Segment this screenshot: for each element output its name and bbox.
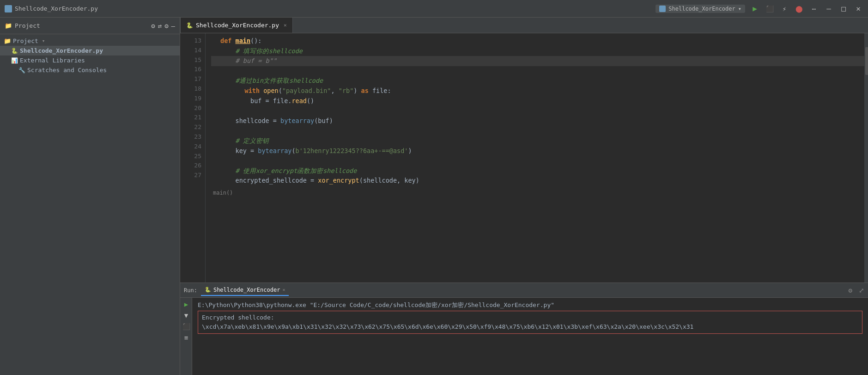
sidebar-item-project[interactable]: 📁 Project ▾	[0, 36, 180, 46]
sync-icon[interactable]: ⇄	[158, 22, 162, 30]
sidebar-tree: 📁 Project ▾ 🐍 Shellcode_XorEncoder.py 📊 …	[0, 34, 180, 375]
sidebar-scratches-label: Scratches and Consoles	[27, 67, 107, 74]
run-config-label: Shellcode_XorEncoder	[668, 6, 735, 12]
kw-as: as	[357, 86, 372, 96]
var-sc2: shellcode	[363, 176, 397, 186]
kw-def: def	[220, 36, 236, 46]
more-button[interactable]: ⋯	[809, 4, 819, 14]
wrap-button[interactable]: ≡	[182, 333, 191, 342]
bottom-gear-icon[interactable]: ⚙	[849, 287, 852, 294]
sidebar-project-label: Project	[13, 37, 38, 44]
line-num-16: 16	[180, 65, 201, 74]
play-button[interactable]: ▶	[182, 300, 191, 309]
project-folder-icon: 📁	[5, 22, 12, 29]
sidebar-item-scratches[interactable]: 🔧 Scratches and Consoles	[0, 65, 180, 75]
line-numbers: 13 14 15 16 17 18 19 20 21 22 23 24 25 2…	[180, 33, 206, 283]
stop-button[interactable]: ⬤	[794, 4, 804, 14]
empty-25	[220, 156, 224, 166]
function-label: main()	[211, 189, 864, 197]
editor-area: 🐍 Shellcode_XorEncoder.py ✕ 13 14 15 16 …	[180, 18, 868, 375]
gear2-icon[interactable]: ⚙	[164, 22, 168, 30]
op-eq2: =	[273, 116, 280, 126]
run-tab-close[interactable]: ✕	[282, 287, 285, 292]
var-file: file:	[372, 86, 391, 96]
minimize-button[interactable]: —	[824, 4, 834, 14]
op-comma: ,	[397, 176, 404, 186]
cmd-text: E:\Python\Python38\pythonw.exe "E:/Sourc…	[198, 301, 554, 308]
settings-icon[interactable]: ⚙	[151, 22, 155, 30]
sidebar-item-file[interactable]: 🐍 Shellcode_XorEncoder.py	[0, 46, 180, 55]
paren-18b: ,	[331, 86, 338, 96]
scratch-icon: 🔧	[18, 67, 25, 74]
main-container: 📁 Project ⚙ ⇄ ⚙ — 📁 Project ▾ 🐍 Shellcod…	[0, 18, 868, 375]
var-key: key	[220, 146, 250, 156]
stop-button-bottom[interactable]: ⬛	[182, 322, 191, 331]
coverage-button[interactable]: ⚡	[779, 4, 789, 14]
sidebar-header: 📁 Project ⚙ ⇄ ⚙ —	[0, 18, 180, 34]
builtin-bytearray: bytearray	[280, 116, 314, 126]
builtin-bytearray2: bytearray	[258, 146, 291, 156]
empty-16	[220, 66, 224, 76]
right-scrollbar[interactable]	[864, 33, 868, 283]
var-enc: encrypted_shellcode	[220, 176, 310, 186]
code-editor[interactable]: 13 14 15 16 17 18 19 20 21 22 23 24 25 2…	[180, 33, 868, 283]
code-line-25	[211, 156, 864, 166]
kw-with: with	[230, 86, 263, 96]
bottom-expand-icon[interactable]: ⤢	[859, 287, 864, 294]
tab-bar: 🐍 Shellcode_XorEncoder.py ✕	[180, 18, 868, 33]
empty-20	[220, 106, 224, 116]
var-key2: key	[404, 176, 415, 186]
scroll-down-button[interactable]: ▼	[182, 311, 191, 320]
var-file2: file	[273, 96, 288, 106]
paren-24a: (	[291, 146, 295, 156]
code-line-21: shellcode = bytearray(buf)	[211, 116, 864, 126]
code-line-26: # 使用xor_encrypt函数加密shellcode	[211, 166, 864, 176]
paren-19: ()	[307, 96, 314, 106]
maximize-button[interactable]: □	[838, 4, 849, 14]
close-button[interactable]: ✕	[853, 4, 863, 14]
code-line-14: # 填写你的shellcode	[211, 46, 864, 56]
debug-button[interactable]: ⬛	[765, 4, 775, 14]
str-18: "payload.bin"	[282, 86, 331, 96]
sidebar-title: Project	[15, 22, 80, 29]
sidebar-item-libraries[interactable]: 📊 External Libraries	[0, 55, 180, 65]
var-shellcode: shellcode	[220, 116, 273, 126]
code-line-18: with open("payload.bin", "rb") as file:	[211, 86, 864, 96]
run-config-selector[interactable]: Shellcode_XorEncoder ▾	[656, 5, 745, 13]
console-output[interactable]: E:\Python\Python38\pythonw.exe "E:/Sourc…	[192, 298, 868, 375]
comment-26: # 使用xor_encrypt函数加密shellcode	[220, 166, 357, 176]
code-content[interactable]: def main(): # 填写你的shellcode # buf = b""	[206, 33, 864, 283]
run-button[interactable]: ▶	[750, 4, 760, 14]
title-bar-left: Shellcode_XorEncoder.py	[5, 5, 656, 12]
str-rb: "rb"	[339, 86, 354, 96]
bottom-panel: Run: 🐍 Shellcode_XorEncoder ✕ ⚙ ⤢ ▶ ▼ ⬛ …	[180, 283, 868, 375]
fn-xor: xor_encrypt	[318, 176, 359, 186]
console-output-box: Encrypted shellcode: \xcd\x7a\xeb\x81\x9…	[198, 311, 862, 334]
title-bar-right: Shellcode_XorEncoder ▾ ▶ ⬛ ⚡ ⬤ ⋯ — □ ✕	[656, 4, 863, 14]
line-num-22: 22	[180, 123, 201, 132]
empty-22	[220, 126, 224, 136]
sidebar-file-label: Shellcode_XorEncoder.py	[20, 47, 103, 54]
tab-file-icon: 🐍	[186, 22, 193, 29]
line-num-23: 23	[180, 132, 201, 142]
code-line-19: buf = file.read()	[211, 96, 864, 106]
paren-21b: )	[329, 116, 333, 126]
encrypted-label: Encrypted shellcode:	[202, 313, 858, 322]
code-line-27: encrypted_shellcode = xor_encrypt(shellc…	[211, 176, 864, 186]
paren-27b: )	[416, 176, 419, 186]
line-num-27: 27	[180, 171, 201, 180]
run-config-chevron: ▾	[738, 6, 741, 12]
paren-27a: (	[359, 176, 363, 186]
scroll-thumb[interactable]	[865, 47, 868, 75]
paren-21: (	[314, 116, 318, 126]
active-tab[interactable]: 🐍 Shellcode_XorEncoder.py ✕	[180, 18, 293, 33]
tab-close-button[interactable]: ✕	[284, 22, 287, 28]
bottom-content: ▶ ▼ ⬛ ≡ E:\Python\Python38\pythonw.exe "…	[180, 298, 868, 375]
line-num-14: 14	[180, 46, 201, 55]
line-num-17: 17	[180, 74, 201, 84]
minimize-icon[interactable]: —	[171, 22, 175, 30]
bottom-tab-run[interactable]: 🐍 Shellcode_XorEncoder ✕	[201, 285, 289, 296]
var-buf2: buf	[318, 116, 329, 126]
project-icon: 📁	[4, 37, 11, 44]
code-line-22	[211, 126, 864, 136]
